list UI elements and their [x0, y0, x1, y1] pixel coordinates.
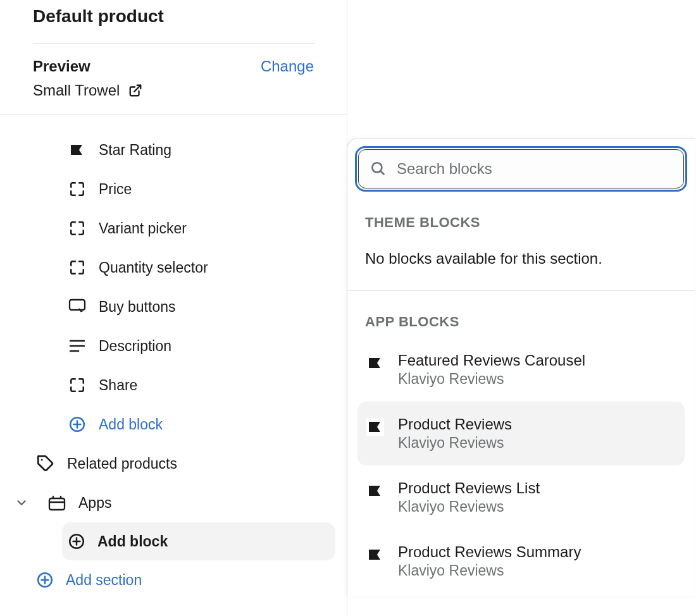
- app-block-title: Product Reviews: [398, 416, 512, 433]
- block-icon: [68, 377, 86, 393]
- apps-icon: [48, 495, 66, 511]
- buy-icon: [68, 299, 86, 315]
- flag-icon: [68, 145, 86, 155]
- tree-item-label: Star Rating: [99, 142, 171, 159]
- app-block-subtitle: Klaviyo Reviews: [398, 562, 581, 579]
- app-block-title: Product Reviews List: [398, 479, 540, 497]
- tree-item-description[interactable]: Description: [0, 326, 347, 366]
- preview-label: Preview: [33, 58, 90, 75]
- tag-icon: [37, 455, 54, 472]
- search-field[interactable]: [358, 149, 684, 188]
- tree-item-price[interactable]: Price: [0, 169, 347, 209]
- header: Default product Preview Change Small Tro…: [0, 0, 347, 114]
- flag-icon: [366, 418, 384, 436]
- external-link-icon: [128, 83, 142, 97]
- add-block-button[interactable]: Add block: [0, 405, 347, 444]
- tree-item-quantity-selector[interactable]: Quantity selector: [0, 248, 347, 287]
- change-link[interactable]: Change: [261, 58, 314, 75]
- app-block-product-reviews-summary[interactable]: Product Reviews Summary Klaviyo Reviews: [357, 529, 685, 593]
- block-icon: [68, 181, 86, 197]
- tree-item-label: Share: [99, 377, 137, 394]
- tree-item-label: Quantity selector: [99, 259, 208, 276]
- flag-icon: [366, 482, 384, 500]
- add-block-label: Add block: [97, 533, 168, 550]
- search-input[interactable]: [397, 160, 672, 178]
- flag-icon: [366, 546, 384, 564]
- add-section-label: Add section: [66, 572, 142, 589]
- app-block-title: Product Reviews Summary: [398, 543, 581, 561]
- add-block-apps-button[interactable]: Add block: [62, 522, 335, 560]
- add-section-button[interactable]: Add section: [0, 560, 347, 600]
- svg-line-18: [380, 171, 383, 174]
- block-icon: [68, 259, 86, 276]
- tree-item-label: Description: [99, 338, 171, 355]
- tree-item-share[interactable]: Share: [0, 366, 347, 405]
- add-block-label: Add block: [99, 416, 163, 433]
- chevron-down-icon[interactable]: [13, 496, 30, 510]
- app-block-title: Featured Reviews Carousel: [398, 352, 585, 369]
- block-icon: [68, 220, 86, 237]
- app-block-subtitle: Klaviyo Reviews: [398, 371, 585, 388]
- plus-circle-icon: [68, 533, 85, 550]
- svg-rect-9: [49, 498, 65, 510]
- tree-item-label: Apps: [78, 495, 111, 512]
- app-block-featured-reviews-carousel[interactable]: Featured Reviews Carousel Klaviyo Review…: [357, 338, 685, 402]
- flag-icon: [366, 354, 384, 372]
- search-focus-ring: [355, 146, 687, 192]
- app-block-subtitle: Klaviyo Reviews: [398, 434, 512, 452]
- theme-blocks-heading: THEME BLOCKS: [347, 192, 695, 231]
- theme-blocks-empty: No blocks available for this section.: [347, 231, 695, 290]
- left-panel: Default product Preview Change Small Tro…: [0, 0, 347, 616]
- search-icon: [370, 161, 387, 177]
- app-block-list: Featured Reviews Carousel Klaviyo Review…: [347, 330, 695, 596]
- tree-item-label: Price: [99, 181, 132, 198]
- tree-item-related-products[interactable]: Related products: [0, 444, 347, 483]
- product-name: Small Trowel: [33, 82, 120, 99]
- product-row[interactable]: Small Trowel: [33, 75, 314, 114]
- tree-item-star-rating[interactable]: Star Rating: [0, 130, 347, 169]
- description-icon: [68, 340, 86, 352]
- search-wrap: [347, 139, 695, 192]
- app-block-product-reviews-list[interactable]: Product Reviews List Klaviyo Reviews: [357, 465, 685, 529]
- plus-circle-icon: [68, 416, 86, 433]
- app-block-product-reviews[interactable]: Product Reviews Klaviyo Reviews: [357, 402, 685, 465]
- page-title: Default product: [33, 6, 314, 43]
- tree-item-buy-buttons[interactable]: Buy buttons: [0, 287, 347, 326]
- app-block-subtitle: Klaviyo Reviews: [398, 498, 540, 515]
- tree-item-label: Variant picker: [99, 220, 187, 237]
- tree-item-label: Related products: [67, 455, 177, 472]
- tree: Star Rating Price Variant picker Quantit…: [0, 115, 347, 600]
- app-blocks-heading: APP BLOCKS: [347, 291, 695, 330]
- tree-item-label: Buy buttons: [99, 299, 175, 316]
- svg-rect-1: [70, 300, 85, 310]
- tree-item-apps[interactable]: Apps: [0, 483, 347, 522]
- blocks-popover: THEME BLOCKS No blocks available for thi…: [347, 138, 695, 596]
- preview-row: Preview Change: [33, 44, 314, 75]
- plus-circle-icon: [37, 572, 53, 588]
- svg-line-0: [135, 85, 141, 92]
- tree-item-variant-picker[interactable]: Variant picker: [0, 209, 347, 248]
